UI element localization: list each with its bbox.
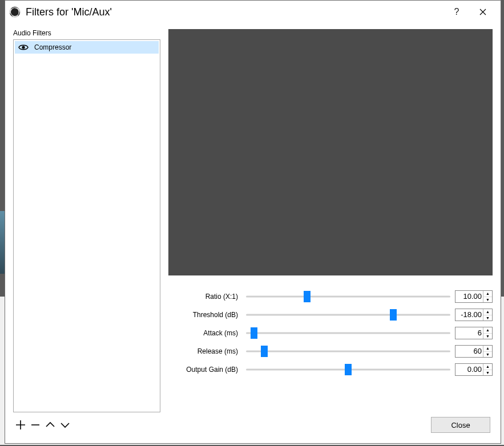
spin-up-icon[interactable]: ▲ — [483, 364, 492, 370]
audio-filters-label: Audio Filters — [13, 29, 160, 37]
spin-up-icon[interactable]: ▲ — [483, 346, 492, 352]
spin-up-icon[interactable]: ▲ — [483, 327, 492, 334]
slider-thumb[interactable] — [304, 291, 311, 302]
remove-filter-button[interactable] — [28, 417, 43, 432]
spin-arrows: ▲ ▼ — [483, 327, 492, 339]
filter-item-compressor[interactable]: Compressor — [15, 41, 159, 54]
dialog-footer: Close — [13, 412, 493, 437]
help-button[interactable]: ? — [443, 3, 470, 21]
param-row-attack: Attack (ms) 6 ▲ ▼ — [168, 325, 493, 342]
dialog-body: Audio Filters Compressor — [5, 23, 501, 443]
left-pane: Audio Filters Compressor — [13, 29, 160, 412]
output-gain-spinbox[interactable]: 0.00 ▲ ▼ — [455, 363, 493, 376]
svg-point-3 — [22, 46, 25, 48]
filter-item-label: Compressor — [34, 43, 71, 51]
move-filter-up-button[interactable] — [43, 417, 58, 432]
right-pane: Ratio (X:1) 10.00 ▲ ▼ — [168, 29, 493, 412]
spin-up-icon[interactable]: ▲ — [483, 309, 492, 315]
slider-thumb[interactable] — [251, 327, 257, 339]
spin-up-icon[interactable]: ▲ — [483, 291, 492, 297]
obs-logo-icon — [9, 6, 21, 18]
spin-arrows: ▲ ▼ — [483, 364, 492, 375]
slider-track — [246, 333, 450, 334]
param-label: Threshold (dB) — [168, 311, 241, 319]
compressor-params: Ratio (X:1) 10.00 ▲ ▼ — [168, 288, 493, 379]
param-label: Output Gain (dB) — [168, 366, 241, 374]
close-window-button[interactable] — [470, 3, 496, 21]
param-row-release: Release (ms) 60 ▲ ▼ — [168, 343, 493, 360]
spin-down-icon[interactable]: ▼ — [483, 297, 492, 303]
titlebar: Filters for 'Mic/Aux' ? — [5, 1, 501, 23]
close-button[interactable]: Close — [431, 417, 490, 433]
attack-slider[interactable] — [246, 327, 450, 339]
move-filter-down-button[interactable] — [58, 417, 72, 432]
spin-arrows: ▲ ▼ — [483, 291, 492, 302]
add-filter-button[interactable] — [13, 417, 28, 432]
ratio-slider[interactable] — [246, 290, 450, 303]
threshold-slider[interactable] — [246, 309, 450, 321]
slider-thumb[interactable] — [345, 364, 352, 375]
attack-spinbox[interactable]: 6 ▲ ▼ — [455, 327, 493, 339]
spin-value[interactable]: 60 — [455, 346, 483, 357]
spin-value[interactable]: -18.00 — [455, 309, 483, 321]
spin-down-icon[interactable]: ▼ — [483, 334, 492, 339]
filter-list[interactable]: Compressor — [13, 39, 160, 412]
threshold-spinbox[interactable]: -18.00 ▲ ▼ — [455, 309, 493, 321]
background-thumb — [0, 211, 5, 274]
slider-track — [246, 296, 450, 298]
release-spinbox[interactable]: 60 ▲ ▼ — [455, 345, 493, 358]
filter-preview — [168, 29, 493, 275]
spin-down-icon[interactable]: ▼ — [483, 352, 492, 358]
param-row-output-gain: Output Gain (dB) 0.00 ▲ ▼ — [168, 361, 493, 378]
spin-value[interactable]: 0.00 — [455, 364, 483, 375]
ratio-spinbox[interactable]: 10.00 ▲ ▼ — [455, 290, 493, 303]
slider-thumb[interactable] — [390, 309, 397, 321]
spin-arrows: ▲ ▼ — [483, 309, 492, 321]
filters-dialog: Filters for 'Mic/Aux' ? Audio Filters — [5, 0, 501, 444]
spin-down-icon[interactable]: ▼ — [483, 315, 492, 321]
spin-value[interactable]: 6 — [455, 327, 483, 339]
output-gain-slider[interactable] — [246, 363, 450, 376]
slider-track — [246, 351, 450, 352]
filter-toolbar — [13, 417, 72, 432]
eye-icon[interactable] — [18, 43, 29, 51]
slider-thumb[interactable] — [261, 346, 268, 357]
slider-track — [246, 314, 450, 316]
spin-value[interactable]: 10.00 — [455, 291, 483, 302]
spin-down-icon[interactable]: ▼ — [483, 370, 492, 376]
param-row-ratio: Ratio (X:1) 10.00 ▲ ▼ — [168, 288, 493, 305]
param-label: Ratio (X:1) — [168, 293, 241, 301]
param-row-threshold: Threshold (dB) -18.00 ▲ ▼ — [168, 306, 493, 323]
param-label: Attack (ms) — [168, 329, 241, 337]
spin-arrows: ▲ ▼ — [483, 346, 492, 357]
release-slider[interactable] — [246, 345, 450, 358]
window-title: Filters for 'Mic/Aux' — [26, 6, 443, 18]
columns: Audio Filters Compressor — [13, 29, 493, 412]
param-label: Release (ms) — [168, 347, 241, 355]
